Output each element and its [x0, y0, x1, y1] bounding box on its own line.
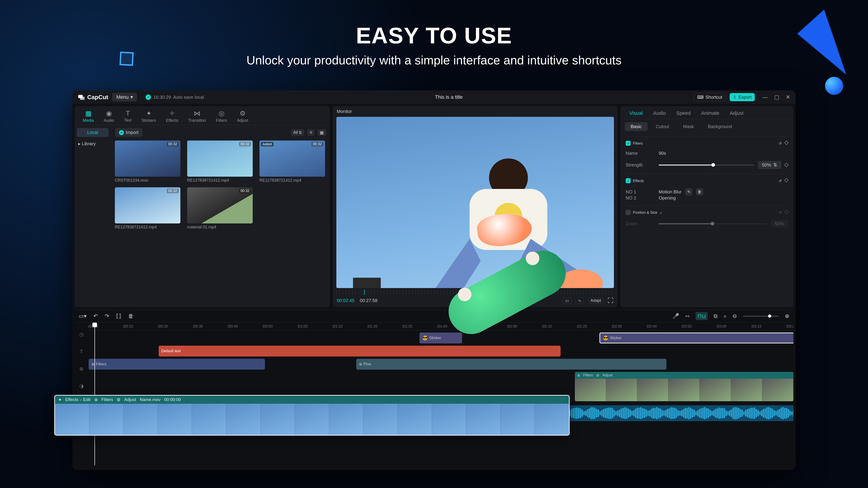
delete-icon[interactable]: 🗑	[696, 188, 703, 195]
prev-icon[interactable]: ⏮	[452, 297, 458, 304]
export-button[interactable]: ⇧ Export	[730, 93, 755, 101]
ruler-tick: |01:20	[368, 324, 377, 328]
timeline-ruler[interactable]: |00:00|00:10|00:20|00:30|00:40|00:50|01:…	[88, 323, 794, 330]
sticker-clip-selected[interactable]: 😎Sticker	[599, 332, 794, 344]
selected-video-clip[interactable]: ✦Effects – Edit ⊛Filters ⚙Adjust Name.mo…	[54, 395, 569, 435]
inspector-subtab-basic[interactable]: Basic	[625, 122, 648, 131]
monitor-ruler[interactable]	[336, 290, 614, 295]
delete-icon[interactable]: 🗑	[128, 313, 133, 319]
ruler-tick: |02:30	[612, 324, 622, 328]
tool-tab-stickers[interactable]: ✦Stickers	[136, 107, 161, 125]
media-panel: ▦Media◉AudioTText✦Stickers✧Effects⋈Trans…	[74, 106, 330, 307]
link-icon[interactable]: ⇿	[685, 313, 690, 319]
reset-icon[interactable]: ↺	[779, 179, 782, 183]
filter-clip-label: Filters	[96, 362, 106, 366]
sidebar-library[interactable]: ▸Library	[77, 139, 108, 148]
media-clip[interactable]: 00:32material 01.mp4	[187, 187, 253, 230]
inspector-tab-animate[interactable]: Animate	[697, 107, 723, 119]
split-icon[interactable]: ⟦⟧	[116, 313, 121, 319]
strength-value[interactable]: 50%⇅	[758, 161, 781, 169]
inspector-tab-speed[interactable]: Speed	[672, 107, 695, 119]
keyframe-icon[interactable]	[784, 163, 789, 167]
aspect-icon[interactable]: ▭	[563, 297, 571, 304]
timeline-zoom-slider[interactable]	[743, 316, 779, 317]
track-icon-audio[interactable]: ◑	[79, 383, 84, 389]
timecode-current: 00:02:45	[337, 298, 354, 303]
maximize-icon[interactable]: ▢	[774, 94, 779, 100]
ruler-tick: |02:20	[577, 324, 587, 328]
effects-checkbox[interactable]: ✓	[626, 178, 631, 183]
chevron-up-icon[interactable]: ▴	[660, 210, 662, 215]
inspector-subtab-cutout[interactable]: Cutout	[650, 122, 675, 131]
track-icon-text[interactable]: T	[80, 349, 83, 355]
text-clip[interactable]: Default text	[159, 346, 561, 357]
zoom-out-icon[interactable]: ⊖	[733, 313, 737, 319]
track-icon-fx[interactable]: ⊛	[79, 366, 84, 372]
keyframe-icon[interactable]	[784, 140, 789, 145]
inspector-subtab-mask[interactable]: Mask	[677, 122, 700, 131]
tool-tab-effects[interactable]: ✧Effects	[161, 107, 183, 125]
tool-tab-filters[interactable]: ◎Filters	[211, 107, 232, 125]
preview-canvas[interactable]	[336, 117, 614, 288]
ripple-icon[interactable]: ⟐	[723, 313, 726, 319]
filter-clip[interactable]: ⊛Filters	[89, 359, 265, 369]
tool-tab-audio[interactable]: ◉Audio	[99, 107, 119, 125]
close-icon[interactable]: ✕	[786, 94, 790, 100]
export-label: Export	[739, 95, 752, 100]
position-checkbox[interactable]: ✓	[626, 210, 631, 215]
video-clip-2[interactable]: ⊛Filters⚙Adjust	[575, 372, 794, 401]
quality-icon[interactable]: ∿	[576, 297, 584, 304]
inspector-tab-visual[interactable]: Visual	[625, 107, 647, 119]
adapt-button[interactable]: Adapt	[588, 297, 603, 304]
select-tool-icon[interactable]: ▭▾	[79, 313, 87, 319]
magnet-icon[interactable]: ⊓⊔	[695, 312, 708, 320]
name-label: Name	[626, 151, 655, 156]
shortcut-button[interactable]: ⌨ Shortcut	[694, 93, 725, 101]
pause-icon[interactable]: ▮▮	[482, 297, 488, 304]
mic-icon[interactable]: 🎤	[673, 313, 679, 319]
strength-slider[interactable]	[659, 164, 754, 166]
menu-button[interactable]: Menu ▾	[112, 93, 137, 101]
tool-tab-media[interactable]: ▦Media	[78, 107, 99, 125]
adjust-icon: ⚙	[596, 373, 599, 378]
step-back-icon[interactable]: ◂▮	[467, 297, 473, 304]
track-icon-clock[interactable]: ◷	[79, 332, 84, 337]
edit-icon[interactable]: ✎	[685, 188, 692, 195]
redo-icon[interactable]: ↷	[105, 313, 109, 319]
hero-subtitle: Unlock your productivity with a simple i…	[0, 53, 868, 67]
filters-checkbox[interactable]: ✓	[626, 141, 631, 146]
undo-icon[interactable]: ↶	[93, 313, 98, 319]
keyboard-icon: ⌨	[697, 94, 704, 100]
view-list-icon[interactable]: ≡	[307, 129, 314, 136]
stepper-icon[interactable]: ⇅	[773, 162, 777, 168]
inspector-tab-audio[interactable]: Audio	[649, 107, 670, 119]
filter-icon: ⊛	[94, 397, 98, 402]
sidebar-local[interactable]: Local	[77, 128, 108, 137]
snap-icon[interactable]: ⧉	[714, 313, 717, 319]
minimize-icon[interactable]: ―	[763, 94, 768, 100]
media-clip[interactable]: Added00:32RE127838721412.mp4	[259, 140, 325, 183]
inspector-tab-adjust[interactable]: Adjust	[725, 107, 747, 119]
effect-name: Motion Blur	[659, 189, 682, 195]
import-button[interactable]: +Import	[115, 128, 143, 137]
inspector-subtab-background[interactable]: Background	[702, 122, 738, 131]
playhead[interactable]	[94, 323, 95, 465]
media-clip[interactable]: 00:32RE127838721412.mp4	[187, 140, 253, 183]
tool-tab-transition[interactable]: ⋈Transition	[183, 107, 211, 125]
tool-tab-text[interactable]: TText	[119, 107, 136, 125]
media-clip[interactable]: 00:32RE127838721412.mp4	[115, 187, 180, 230]
reset-icon[interactable]: ↺	[779, 141, 782, 145]
media-clip[interactable]: 00:32CRST001334.mov	[115, 140, 180, 183]
filter-all[interactable]: All⇅	[291, 129, 304, 136]
ruler-tick: |03:10	[751, 324, 761, 328]
keyframe-icon[interactable]	[784, 178, 789, 183]
filter-clip-pine[interactable]: ⊛Pine	[356, 359, 666, 369]
tool-tab-adjust[interactable]: ⚙Adjust	[232, 107, 253, 125]
fullscreen-icon[interactable]: ⛶	[608, 297, 614, 304]
project-title[interactable]: This is a title	[208, 94, 690, 100]
zoom-label: Zoom	[626, 221, 655, 226]
clip-duration: 00:32	[239, 189, 251, 193]
view-grid-icon[interactable]: ▦	[318, 129, 326, 136]
zoom-in-icon[interactable]: ⊕	[785, 313, 789, 319]
sticker-clip[interactable]: 😎Sticker	[420, 332, 462, 344]
